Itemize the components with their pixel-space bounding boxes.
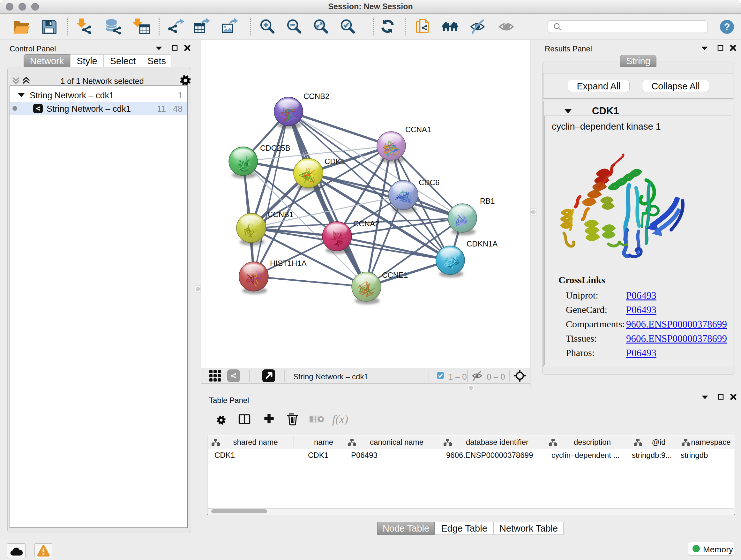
svg-text:CCNB2: CCNB2 — [304, 92, 329, 101]
svg-text:CCNB1: CCNB1 — [267, 210, 293, 219]
svg-text:CDK1: CDK1 — [325, 157, 345, 166]
svg-text:CCNE1: CCNE1 — [382, 271, 408, 279]
svg-text:RB1: RB1 — [480, 197, 495, 205]
svg-text:CDKN1A: CDKN1A — [467, 240, 497, 248]
svg-text:CCNA2: CCNA2 — [353, 219, 379, 228]
svg-text:CDC6: CDC6 — [419, 178, 440, 187]
svg-text:CCNA1: CCNA1 — [405, 125, 431, 134]
svg-text:HIST1H1A: HIST1H1A — [270, 259, 307, 267]
svg-text:CDC25B: CDC25B — [260, 144, 290, 152]
